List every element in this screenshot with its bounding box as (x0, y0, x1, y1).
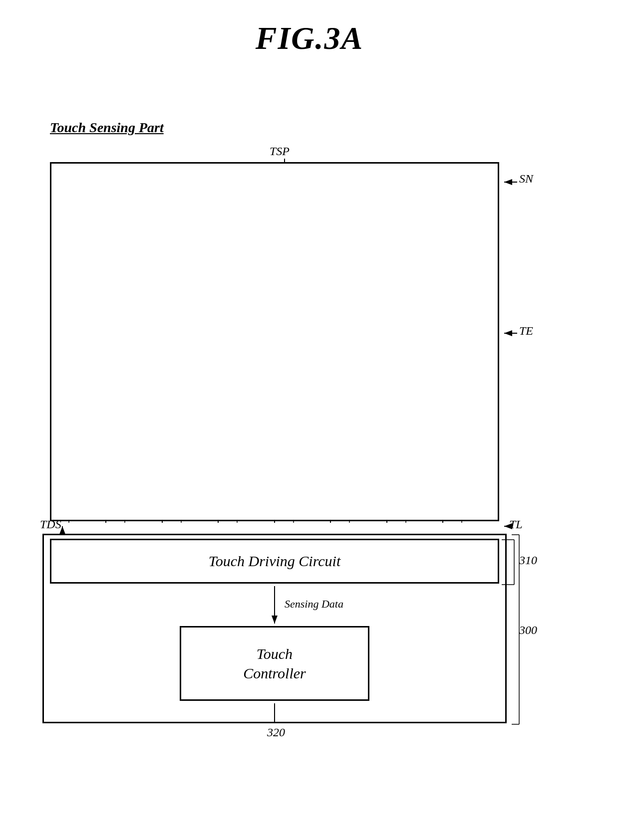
touch-controller-box: TouchController (180, 626, 369, 701)
label-320: 320 (267, 726, 285, 739)
sn-label: SN (519, 172, 533, 186)
touch-sensing-part-grid (50, 162, 499, 521)
touch-driving-circuit-box: Touch Driving Circuit (50, 539, 499, 584)
touch-controller-label: TouchController (243, 644, 306, 683)
te-label: TE (519, 324, 533, 338)
label-310: 310 (519, 554, 537, 567)
diagram-container: Touch Sensing Part TSP SN TE TDS TL 310 … (40, 80, 579, 818)
touch-sensing-part-label: Touch Sensing Part (50, 120, 164, 136)
page-title: FIG.3A (0, 0, 619, 57)
label-300: 300 (519, 624, 537, 637)
tl-label: TL (509, 518, 523, 531)
tsp-label: TSP (270, 145, 290, 158)
svg-text:Sensing Data: Sensing Data (285, 598, 343, 610)
